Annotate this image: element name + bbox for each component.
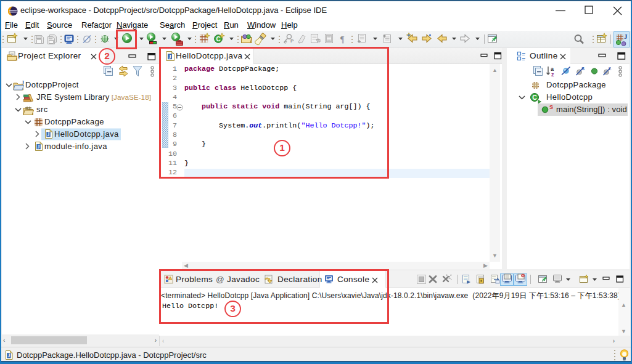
svg-text:J: J (22, 80, 24, 86)
svg-text:z: z (551, 71, 554, 78)
svg-text:¶: ¶ (340, 35, 345, 44)
svg-text:S: S (549, 104, 553, 110)
svg-text:J: J (7, 353, 10, 358)
svg-text:C: C (216, 36, 220, 42)
svg-text:J: J (38, 144, 40, 150)
svg-text:J: J (47, 132, 50, 137)
svg-text:C: C (532, 94, 537, 101)
svg-text:P: P (290, 38, 294, 44)
svg-text:J: J (624, 33, 628, 40)
